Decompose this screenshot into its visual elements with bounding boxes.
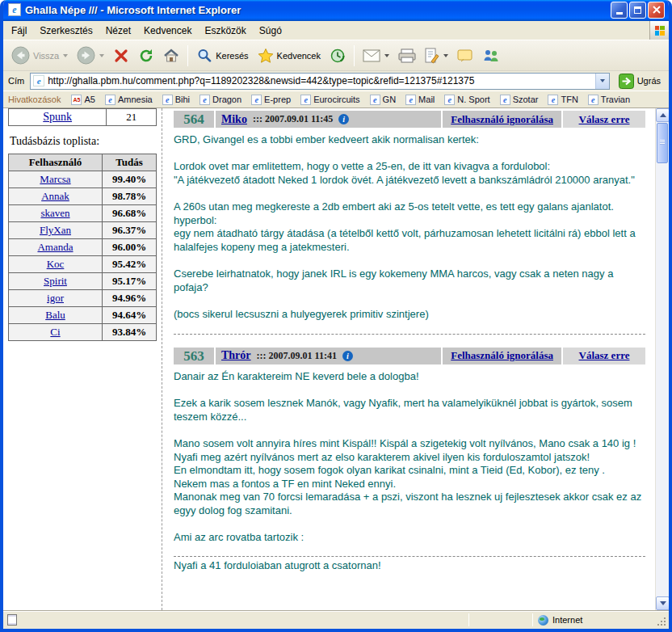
print-button[interactable] (394, 43, 420, 69)
reply-link[interactable]: Válasz erre (579, 349, 630, 362)
chevron-down-icon (600, 79, 605, 82)
menu-help[interactable]: Súgó (253, 22, 288, 40)
history-button[interactable] (326, 43, 350, 69)
info-icon[interactable]: i (342, 351, 353, 361)
back-button[interactable]: Vissza (7, 43, 72, 69)
link-label: Travian (601, 95, 630, 104)
link-a5[interactable]: A5A5 (66, 95, 99, 105)
user-score: 94.96% (103, 290, 157, 307)
stop-button[interactable] (109, 43, 133, 69)
menu-bar: Fájl Szerkesztés Nézet Kedvencek Eszközö… (3, 21, 669, 40)
maximize-button[interactable] (629, 2, 646, 19)
back-dropdown-icon (63, 54, 68, 57)
sidebar-link-spunk[interactable]: Spunk (43, 111, 72, 123)
post-author-link[interactable]: Miko (221, 113, 247, 126)
post-author-link[interactable]: Thrór (221, 349, 251, 362)
link-dragon[interactable]: eDragon (195, 95, 246, 105)
link-travian[interactable]: eTravian (583, 95, 635, 105)
minimize-icon (616, 12, 623, 15)
table-row: Spirit95.17% (9, 273, 157, 290)
sidebar: Spunk 21 Tudásbázis toplista: Felhasznál… (3, 108, 162, 610)
link-eurocircuits[interactable]: eEurocircuits (296, 95, 364, 105)
user-link[interactable]: Marcsa (40, 173, 70, 185)
user-link[interactable]: Balu (45, 309, 65, 321)
post-body: GRD, Givangel es a tobbi ember kedveert … (174, 133, 645, 322)
user-link[interactable]: skaven (40, 207, 69, 219)
close-button[interactable] (648, 2, 665, 19)
table-row: Marcsa99.40% (9, 171, 157, 188)
user-link[interactable]: Spirit (44, 275, 67, 287)
forward-icon (77, 46, 95, 65)
favorites-star-icon (258, 48, 274, 64)
menu-tools[interactable]: Eszközök (198, 22, 252, 40)
menu-view[interactable]: Nézet (99, 22, 137, 40)
messenger-button[interactable] (478, 43, 504, 69)
page-favicon: e (33, 75, 44, 86)
windows-logo (649, 21, 669, 40)
link-label: Eurocircuits (313, 95, 359, 104)
link-mail[interactable]: eMail (401, 95, 439, 105)
history-icon (330, 48, 346, 64)
window-title: Ghalla Népe /// - Microsoft Internet Exp… (25, 4, 607, 16)
menu-edit[interactable]: Szerkesztés (33, 22, 99, 40)
link-szotar[interactable]: eSzotar (495, 95, 544, 105)
user-link[interactable]: Annak (41, 190, 69, 202)
link-eprep[interactable]: eE-prep (246, 95, 296, 105)
post-564: 564 Miko ::: 2007.09.01 11:45 i Felhaszn… (174, 111, 645, 322)
vertical-scrollbar[interactable] (655, 108, 669, 610)
back-icon (11, 46, 30, 65)
mail-dropdown-icon (384, 54, 389, 57)
titlebar[interactable]: e Ghalla Népe /// - Microsoft Internet E… (3, 0, 669, 21)
user-link[interactable]: FlyXan (40, 224, 71, 236)
column-header-user: Felhasználó (9, 154, 103, 171)
edit-button[interactable] (421, 43, 452, 69)
discuss-button[interactable] (453, 43, 477, 69)
ie-e-glyph: e (12, 5, 16, 15)
refresh-button[interactable] (134, 43, 158, 69)
edit-dropdown-icon (443, 54, 448, 57)
link-tfn[interactable]: eTFN (543, 95, 582, 105)
resize-grip[interactable] (654, 611, 669, 629)
address-dropdown-button[interactable] (595, 74, 609, 89)
ignore-user-link[interactable]: Felhasználó ignorálása (451, 113, 553, 126)
table-row: Spunk 21 (9, 109, 157, 126)
home-button[interactable] (159, 43, 183, 69)
menu-file[interactable]: Fájl (5, 22, 33, 40)
user-score: 95.17% (103, 273, 157, 290)
favorites-button[interactable]: Kedvencek (254, 43, 325, 69)
link-gn[interactable]: eGN (365, 95, 401, 105)
user-link[interactable]: Koc (47, 258, 65, 270)
minimize-button[interactable] (611, 2, 628, 19)
go-button[interactable]: Ugrás (614, 73, 666, 90)
scroll-down-button[interactable] (656, 596, 669, 610)
windows-flag-icon (655, 26, 665, 36)
mail-button[interactable] (359, 43, 393, 69)
post-number: 564 (174, 111, 214, 128)
menu-favorites[interactable]: Kedvencek (137, 22, 198, 40)
scroll-up-button[interactable] (656, 108, 669, 122)
user-link[interactable]: igor (47, 292, 64, 304)
post-number: 563 (174, 348, 214, 364)
link-nsport[interactable]: eN. Sport (439, 95, 494, 105)
address-input[interactable]: e http://ghalla.pbm.hu/comment.php?q=118… (30, 73, 609, 90)
ie-icon: e (200, 95, 210, 105)
forward-button[interactable] (73, 43, 108, 69)
post-separator (174, 334, 645, 335)
document-icon (7, 614, 17, 626)
ignore-user-link[interactable]: Felhasználó ignorálása (451, 349, 553, 362)
search-button[interactable]: Keresés (192, 43, 252, 69)
standard-toolbar: Vissza (3, 40, 669, 71)
zone-label: Internet (552, 615, 582, 625)
user-link[interactable]: Ci (50, 326, 60, 338)
toplist-title: Tudásbázis toplista: (10, 135, 158, 148)
user-link[interactable]: Amanda (37, 241, 73, 253)
link-bihi[interactable]: eBihi (158, 95, 195, 105)
search-label: Keresés (216, 51, 248, 61)
back-label: Vissza (33, 51, 59, 61)
scrollbar-thumb[interactable] (657, 123, 668, 163)
edit-icon (425, 48, 439, 64)
link-amnesia[interactable]: eAmnesia (100, 95, 158, 105)
reply-link[interactable]: Válasz erre (579, 113, 630, 126)
spunk-value: 21 (107, 109, 157, 126)
info-icon[interactable]: i (338, 114, 349, 124)
